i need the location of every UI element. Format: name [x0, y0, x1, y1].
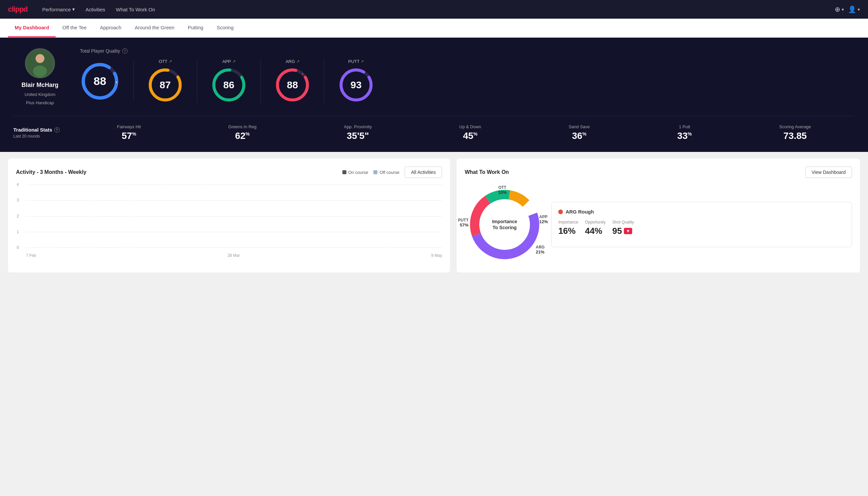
chevron-down-icon: ▾: [72, 6, 75, 12]
on-course-dot: [343, 170, 346, 174]
activity-card-header: Activity - 3 Months - Weekly On course O…: [16, 167, 442, 178]
info-card-dot: [558, 210, 563, 214]
add-button[interactable]: ⊕ ▾: [835, 5, 844, 13]
svg-point-3: [36, 54, 44, 63]
metric-importance: Importance 16%: [558, 220, 578, 236]
app-label-pos: APP 12%: [539, 215, 548, 224]
player-row: Blair McHarg United Kingdom Plus Handica…: [13, 48, 855, 105]
player-handicap: Plus Handicap: [26, 100, 54, 105]
legend-off-course: Off course: [373, 170, 399, 175]
tab-around-the-green[interactable]: Around the Green: [128, 19, 181, 37]
metric-opportunity: Opportunity 44%: [585, 220, 605, 236]
tab-putting[interactable]: Putting: [181, 19, 210, 37]
bars-container: [26, 185, 442, 248]
what-to-work-header: What To Work On View Dashboard: [464, 167, 852, 178]
quality-badge: ▼: [624, 228, 632, 234]
chevron-down-icon: ▾: [858, 7, 860, 12]
stat-sand-save: Sand Save 36%: [569, 124, 590, 141]
importance-donut: Importance To Scoring OTT 10% APP 12% AR…: [464, 185, 545, 264]
logo: clippd: [8, 5, 28, 14]
help-icon[interactable]: ?: [122, 48, 128, 53]
ott-label: OTT ↗: [159, 59, 172, 64]
avatar: [25, 48, 55, 78]
main-score-circle: 88: [80, 61, 133, 101]
plus-circle-icon: ⊕: [835, 5, 840, 13]
arg-label: ARG ↗: [285, 59, 299, 64]
info-metrics: Importance 16% Opportunity 44% Shot Qual…: [558, 220, 845, 236]
chart-legend: On course Off course: [343, 170, 400, 175]
player-country: United Kingdom: [25, 92, 56, 97]
bar-chart-area: 4 3 2 1 0 7 Feb 28 Mar 9 May: [16, 185, 442, 258]
svg-point-2: [33, 66, 47, 77]
trad-stats-help-icon[interactable]: ?: [54, 127, 60, 133]
trend-icon: ↗: [233, 59, 236, 64]
bar-group: [347, 248, 378, 248]
hero-section: Blair McHarg United Kingdom Plus Handica…: [0, 37, 868, 152]
tab-off-the-tee[interactable]: Off the Tee: [56, 19, 93, 37]
what-content: Importance To Scoring OTT 10% APP 12% AR…: [464, 185, 852, 264]
traditional-stats-row: Traditional Stats ? Last 20 rounds Fairw…: [13, 116, 855, 141]
tab-my-dashboard[interactable]: My Dashboard: [8, 19, 56, 37]
all-activities-button[interactable]: All Activities: [405, 167, 442, 178]
what-to-work-card: What To Work On View Dashboard Impor: [457, 158, 860, 273]
putt-score-circle: PUTT ↗ 93: [325, 59, 388, 103]
trend-icon: ↗: [297, 59, 299, 64]
ott-label-pos: OTT 10%: [498, 185, 507, 195]
stat-fairways-hit: Fairways Hit 57%: [117, 124, 141, 141]
trend-icon: ↗: [361, 59, 364, 64]
nav-performance[interactable]: Performance ▾: [38, 4, 79, 15]
what-to-work-title: What To Work On: [464, 169, 509, 175]
total-quality-label: Total Player Quality ?: [80, 48, 855, 53]
arg-label-pos: ARG 21%: [536, 245, 545, 254]
scores-section: Total Player Quality ? 88: [80, 48, 855, 103]
metric-shot-quality: Shot Quality 95 ▼: [612, 220, 634, 236]
putt-label-pos: PUTT 57%: [458, 218, 468, 228]
stat-up-and-down: Up & Down 45%: [459, 124, 481, 141]
off-course-dot: [373, 170, 377, 174]
x-labels: 7 Feb 28 Mar 9 May: [26, 253, 442, 258]
stat-greens-in-reg: Greens In Reg 62%: [228, 124, 256, 141]
stat-1-putt: 1 Putt 33%: [677, 124, 692, 141]
nav-activities[interactable]: Activities: [82, 4, 109, 15]
user-button[interactable]: 👤 ▾: [848, 5, 860, 13]
nav-right: ⊕ ▾ 👤 ▾: [835, 5, 860, 13]
info-card: ARG Rough Importance 16% Opportunity 44%…: [551, 202, 852, 247]
navbar: clippd Performance ▾ Activities What To …: [0, 0, 868, 19]
legend-on-course: On course: [343, 170, 368, 175]
info-card-title: ARG Rough: [558, 209, 845, 215]
cards-row: Activity - 3 Months - Weekly On course O…: [0, 152, 868, 279]
stat-scoring-average: Scoring Average 73.85: [779, 124, 811, 141]
tabs-bar: My Dashboard Off the Tee Approach Around…: [0, 19, 868, 37]
bar-group: [412, 248, 442, 248]
activity-chart-title: Activity - 3 Months - Weekly: [16, 169, 86, 175]
app-label: APP ↗: [222, 59, 235, 64]
bar-group: [380, 248, 410, 248]
ott-score-circle: OTT ↗ 87: [133, 59, 197, 103]
nav-what-to-work-on[interactable]: What To Work On: [112, 4, 159, 15]
trend-icon: ↗: [169, 59, 172, 64]
activity-chart-card: Activity - 3 Months - Weekly On course O…: [8, 158, 450, 273]
tab-approach[interactable]: Approach: [93, 19, 128, 37]
chevron-down-icon: ▾: [842, 7, 844, 12]
donut-center-scoring: To Scoring: [492, 224, 517, 231]
trad-stats-label: Traditional Stats ? Last 20 rounds: [13, 127, 73, 139]
player-info: Blair McHarg United Kingdom Plus Handica…: [13, 48, 80, 105]
putt-label: PUTT ↗: [348, 59, 364, 64]
view-dashboard-button[interactable]: View Dashboard: [805, 167, 852, 178]
donut-center-importance: Importance: [492, 218, 517, 224]
app-score-circle: APP ↗ 86: [197, 59, 261, 103]
stat-items: Fairways Hit 57% Greens In Reg 62% App. …: [73, 124, 855, 141]
arg-score-circle: ARG ↗ 88: [261, 59, 325, 103]
tab-scoring[interactable]: Scoring: [210, 19, 240, 37]
score-circles: 88 OTT ↗ 87: [80, 59, 855, 103]
stat-app-proximity: App. Proximity 35'5": [344, 124, 372, 141]
user-icon: 👤: [848, 5, 856, 13]
nav-links: Performance ▾ Activities What To Work On: [38, 4, 824, 15]
player-name: Blair McHarg: [21, 82, 58, 89]
